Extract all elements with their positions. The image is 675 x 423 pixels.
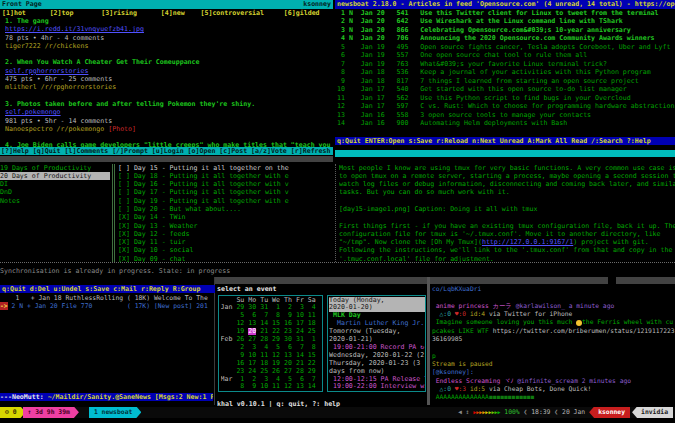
text-segment: Thursday, 2020-01-23 (3 bbox=[329, 360, 420, 367]
todo-task-item[interactable]: [X] Day 09 - chat bbox=[118, 255, 333, 262]
calendar-week-row[interactable]: Mar 1 2 3 4 5 6 7 bbox=[221, 376, 322, 384]
text-segment: [Msgs:2 New:1 Pos bbox=[155, 393, 213, 401]
reddit-post-line[interactable]: Nanoespectro /r/pokemongo [Photo] bbox=[5, 125, 333, 133]
reddit-post-line[interactable]: 2. When You Watch A Cheater Get Their Co… bbox=[5, 58, 333, 66]
calendar-week-row[interactable]: Jan 29 30 31 1 2 3 4 bbox=[221, 304, 322, 312]
todo-list-name[interactable]: 20 Days of Productivity bbox=[0, 172, 110, 180]
event-list-row[interactable]: Martin Luther King Jr. bbox=[329, 320, 425, 328]
todo-list-name[interactable]: 19 Days of Productivity bbox=[0, 164, 110, 172]
text-segment: days from now) bbox=[329, 368, 385, 375]
bottom-band-divider bbox=[215, 277, 608, 284]
calendar-week-row[interactable]: 5 6 7 8 9 10 11 bbox=[221, 312, 322, 320]
text-segment: 5 Jan 19 495 Open source fights cancer, … bbox=[337, 43, 675, 51]
session-badge[interactable]: ⊙ 0 bbox=[0, 407, 26, 419]
calendar-week-row[interactable]: 19 20 21 22 23 24 25 bbox=[221, 328, 322, 336]
reddit-post-line[interactable]: 78 pts • 4hr - 4 comments bbox=[5, 34, 333, 42]
article-text-line bbox=[339, 197, 675, 205]
todo-task-item[interactable]: [X] Day 11 - tuir bbox=[118, 238, 333, 246]
text-segment: 7 Jan 19 763 What&#039;s your favorite L… bbox=[337, 60, 607, 68]
todo-task-item[interactable]: [ ] Day 17 - Putting it all together wit… bbox=[118, 188, 333, 196]
calendar-week-row[interactable]: Su Mo Tu We Th Fr Sa bbox=[221, 297, 322, 305]
article-list-item[interactable]: 9 Jan 18 817 7 things I learned from sta… bbox=[337, 77, 675, 86]
reddit-post-line[interactable] bbox=[5, 133, 333, 141]
reddit-post-line[interactable]: 1. The gang bbox=[5, 17, 333, 25]
todo-task-item[interactable]: [ ] Day 18 - Putting it all together wit… bbox=[118, 172, 333, 180]
mail-index-row[interactable]: 1 + Jan 18 RuthlessRolling ( 18K) Welcom… bbox=[0, 294, 213, 302]
event-list-row[interactable]: Tomorrow (Tuesday, bbox=[329, 328, 425, 336]
reddit-post-line[interactable] bbox=[5, 92, 333, 100]
text-segment: Wednesday, 2020-01-22 (2 bbox=[329, 352, 424, 359]
text-segment: 13 Jan 16 558 3 open source tools to man… bbox=[337, 111, 591, 119]
calendar-week-row[interactable]: 16 17 18 19 20 21 22 bbox=[221, 360, 322, 368]
todo-task-item[interactable]: [X] Day 12 - feeds bbox=[118, 230, 333, 238]
reddit-post-line[interactable] bbox=[5, 50, 333, 58]
text-segment bbox=[221, 320, 237, 327]
calendar-week-row[interactable]: 23 24 25 26 27 28 29 bbox=[221, 368, 322, 376]
todo-task-item[interactable]: [X] Day 14 - TWin bbox=[118, 213, 333, 221]
event-list-row[interactable]: 2020-01-21) bbox=[329, 336, 425, 344]
event-list-row[interactable]: 12:00-12:15 PA Release T bbox=[329, 376, 425, 384]
calendar-week-row[interactable]: Feb 26 27 28 29 30 31 1 bbox=[221, 336, 322, 344]
article-list-item[interactable]: 13 Jan 16 558 3 open source tools to man… bbox=[337, 111, 675, 120]
article-list-item[interactable]: 5 Jan 19 495 Open source fights cancer, … bbox=[337, 43, 675, 52]
battery-gauge-icon: ▶▶▶▶▶▶▶▶▶ bbox=[473, 407, 500, 419]
tuir-tab-bar[interactable]: [1]hot [2]top [3]rising [4]new [5]contro… bbox=[0, 9, 333, 17]
reddit-post-line[interactable]: 475 pts • 6hr - 25 comments bbox=[5, 75, 333, 83]
event-list-row[interactable]: 19:00-21:00 Record PA ↻ bbox=[329, 344, 425, 352]
khal-stream-divider[interactable] bbox=[427, 277, 430, 405]
todo-task-item[interactable]: [ ] Day 15 - Putting it all together on … bbox=[118, 164, 333, 172]
article-list-item[interactable]: 2 N Jan 20 642 Use Wireshark at the Linu… bbox=[337, 17, 675, 26]
reddit-post-line[interactable]: tiger7222 /r/chickens bbox=[5, 42, 333, 50]
text-segment: tiger7222 /r/chickens bbox=[5, 42, 88, 50]
text-segment: 2 3 4 5 6 7 8 bbox=[236, 344, 315, 351]
reddit-post-line[interactable]: mlitherl /r/rpghorrorstories bbox=[5, 83, 333, 91]
mail-index-list: 1 + Jan 18 RuthlessRolling ( 18K) Welcom… bbox=[0, 294, 213, 311]
text-segment: [@ksonney]: bbox=[432, 368, 474, 375]
text-segment: [ ] Day 19 - Putting it all together wit… bbox=[118, 197, 289, 205]
mutt-khal-divider[interactable] bbox=[214, 277, 216, 405]
event-list-row[interactable]: Today (Monday, bbox=[329, 297, 425, 305]
todo-list-name[interactable]: DI bbox=[0, 180, 110, 188]
todo-task-item[interactable]: [ ] Day 20 - But what about.... bbox=[118, 205, 333, 213]
article-list-item[interactable]: 8 Jan 18 536 Keep a journal of your acti… bbox=[337, 68, 675, 77]
text-segment: ♥:0 bbox=[455, 310, 470, 317]
reddit-post-line[interactable]: 3. Photos taken before and after telling… bbox=[5, 100, 333, 108]
event-list-row[interactable]: 2020-01-20) bbox=[329, 304, 425, 312]
article-list-item[interactable]: 10 Jan 17 540 Get started with this open… bbox=[337, 85, 675, 94]
text-segment: Most people I know are using tmux for ve… bbox=[339, 164, 675, 172]
todo-list-name[interactable]: DnD bbox=[0, 188, 110, 196]
article-list-item[interactable]: 7 Jan 19 763 What&#039;s your favorite L… bbox=[337, 60, 675, 69]
article-list-item[interactable]: 1 N Jan 20 541 Use this Twitter client f… bbox=[337, 9, 675, 18]
article-list-item[interactable]: 14 Jan 16 900 Automating Helm deployment… bbox=[337, 119, 675, 128]
event-list-row[interactable]: 19:00-22:00 Interview wi bbox=[329, 383, 425, 391]
event-list-row[interactable]: days from now) bbox=[329, 368, 425, 376]
mail-index-row[interactable]: -> 2 N + Jan 20 File 770 ( 17K) [New pos… bbox=[0, 302, 213, 310]
text-segment: 475 pts • 6hr - 25 comments bbox=[5, 75, 112, 83]
article-list-item[interactable]: 3 N Jan 20 866 Celebrating Opensource.co… bbox=[337, 26, 675, 35]
todo-task-item[interactable]: [ ] Day 19 - Putting it all together wit… bbox=[118, 197, 333, 205]
article-list-item[interactable]: 6 Jan 19 557 One open source chat tool t… bbox=[337, 51, 675, 60]
calendar-week-row[interactable]: 12 13 14 15 16 17 18 bbox=[221, 320, 322, 328]
todo-task-item[interactable]: [X] Day 10 - social bbox=[118, 246, 333, 254]
article-list-item[interactable]: 11 Jan 17 562 Use this Python script to … bbox=[337, 94, 675, 103]
calendar-week-row[interactable]: 2 3 4 5 6 7 8 bbox=[221, 344, 322, 352]
reddit-post-line[interactable]: self.rpghorrorstories bbox=[5, 67, 333, 75]
todo-task-item[interactable]: [X] Day 13 - Weather bbox=[118, 222, 333, 230]
event-list-row[interactable]: Thursday, 2020-01-23 (3 bbox=[329, 360, 425, 368]
calendar-week-row[interactable]: 9 10 11 12 13 14 15 bbox=[221, 352, 322, 360]
todo-task-item[interactable]: [ ] Day 16 - Putting it all together wit… bbox=[118, 180, 333, 188]
article-list-item[interactable]: 12 Jan 17 597 C vs. Rust: Which to choos… bbox=[337, 102, 675, 111]
todo-list-name[interactable]: Notes bbox=[0, 197, 110, 205]
newsboat-title-bar: newsboat 2.18.0 - Articles in feed 'Open… bbox=[335, 0, 675, 9]
tmux-window-tab[interactable]: 1 newsboat bbox=[89, 407, 141, 419]
reddit-post-line[interactable]: https://i.redd.it/31vnqyuefzb41.jpg bbox=[5, 25, 333, 33]
reddit-post-line[interactable]: self.pokemongo bbox=[5, 108, 333, 116]
event-list-row[interactable]: MLK Day bbox=[329, 312, 425, 320]
text-segment: 19 bbox=[236, 328, 248, 335]
tmux-session-screen: Front Page ksonney [1]hot [2]top [3]risi… bbox=[0, 0, 675, 423]
text-segment: [X] Day 09 - chat bbox=[118, 255, 186, 262]
event-list-row[interactable]: Wednesday, 2020-01-22 (2 bbox=[329, 352, 425, 360]
article-list-item[interactable]: 4 N Jan 20 706 Announcing the 2020 Opens… bbox=[337, 34, 675, 43]
reddit-post-line[interactable]: 981 pts • 5hr - 14 comments bbox=[5, 117, 333, 125]
calendar-week-row[interactable]: 8 9 10 11 12 13 14 bbox=[221, 383, 322, 391]
